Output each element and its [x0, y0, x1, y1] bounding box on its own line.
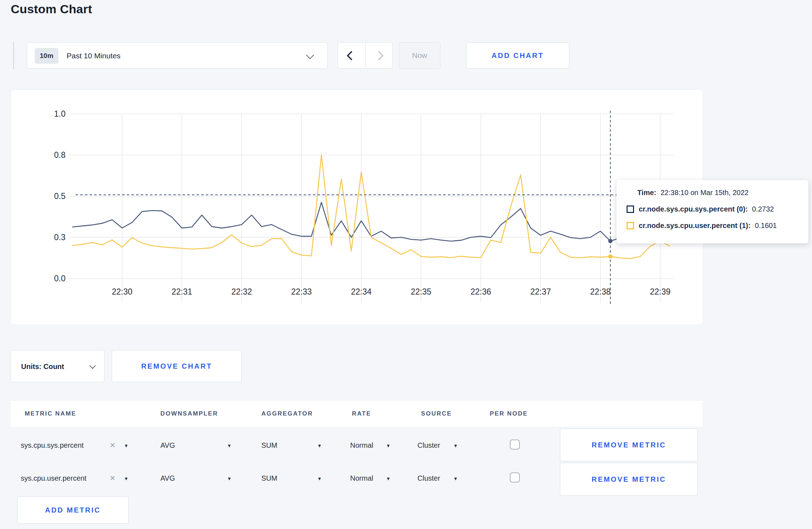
tooltip-time-label: Time: — [637, 189, 656, 197]
caret-down-icon[interactable]: ▼ — [453, 472, 458, 486]
add-chart-button[interactable]: ADD CHART — [466, 42, 569, 69]
page-title: Custom Chart — [11, 2, 92, 16]
col-header-rate: RATE — [352, 401, 371, 427]
col-header-downsampler: DOWNSAMPLER — [160, 401, 218, 427]
tooltip-user-label: cr.node.sys.cpu.user.percent (1): — [639, 222, 750, 230]
downsampler-select[interactable]: AVG — [160, 471, 175, 485]
x-axis-tick-label: 22:39 — [650, 287, 671, 296]
y-axis-tick-label: 0.8 — [54, 150, 66, 160]
caret-down-icon[interactable]: ▼ — [453, 439, 458, 453]
chevron-left-icon — [347, 51, 356, 60]
aggregator-select[interactable]: SUM — [261, 438, 277, 452]
chart-panel: 0.00.30.50.81.022:3022:3122:3222:3322:34… — [11, 89, 703, 325]
caret-down-icon[interactable]: ▼ — [227, 472, 232, 486]
time-range-badge: 10m — [35, 48, 58, 64]
now-button[interactable]: Now — [399, 42, 440, 69]
tooltip-time-value: 22:38:10 on Mar 15th, 2022 — [661, 189, 749, 197]
chart-tooltip: Time: 22:38:10 on Mar 15th, 2022 cr.node… — [617, 180, 808, 243]
caret-down-icon[interactable]: ▼ — [227, 439, 232, 453]
time-prev-button[interactable] — [338, 43, 365, 68]
y-axis-tick-label: 0.3 — [54, 233, 66, 242]
toolbar-divider — [13, 42, 14, 69]
units-dropdown[interactable]: Units: Count — [11, 350, 105, 382]
chevron-right-icon — [374, 51, 384, 60]
downsampler-select[interactable]: AVG — [160, 438, 175, 452]
source-select[interactable]: Cluster — [417, 438, 440, 452]
caret-down-icon[interactable]: ▼ — [386, 472, 391, 486]
caret-down-icon[interactable]: ▼ — [386, 439, 391, 453]
series-line-user — [72, 155, 670, 258]
remove-chart-button[interactable]: REMOVE CHART — [112, 350, 242, 382]
col-header-aggregator: AGGREGATOR — [261, 401, 313, 427]
series-user-legend-icon — [627, 222, 634, 229]
tooltip-sys-label: cr.node.sys.cpu.sys.percent (0): — [639, 205, 748, 213]
x-axis-tick-label: 22:35 — [411, 287, 431, 296]
clear-metric-icon[interactable]: ✕ — [110, 471, 116, 485]
caret-down-icon[interactable]: ▼ — [317, 439, 322, 453]
caret-down-icon[interactable]: ▼ — [124, 439, 129, 453]
units-label: Units: Count — [21, 350, 64, 383]
x-axis-tick-label: 22:34 — [351, 287, 372, 296]
tooltip-user-value: 0.1601 — [755, 222, 777, 230]
tooltip-sys-value: 0.2732 — [752, 205, 774, 213]
chevron-down-icon — [306, 51, 314, 59]
time-next-button[interactable] — [365, 43, 393, 68]
x-axis-tick-label: 22:32 — [231, 287, 252, 296]
metric-name-value[interactable]: sys.cpu.sys.percent — [21, 438, 84, 452]
hover-point-0 — [608, 239, 613, 243]
x-axis-tick-label: 22:33 — [291, 287, 312, 296]
series-sys-legend-icon — [627, 205, 634, 213]
caret-down-icon[interactable]: ▼ — [317, 472, 322, 486]
timeseries-chart[interactable]: 0.00.30.50.81.022:3022:3122:3222:3322:34… — [11, 90, 702, 324]
rate-select[interactable]: Normal — [350, 438, 373, 452]
rate-select[interactable]: Normal — [350, 471, 373, 485]
remove-metric-button[interactable]: REMOVE METRIC — [560, 463, 698, 496]
y-axis-tick-label: 0.0 — [54, 274, 66, 283]
col-header-source: SOURCE — [421, 401, 452, 427]
metric-name-value[interactable]: sys.cpu.user.percent — [21, 471, 86, 485]
x-axis-tick-label: 22:38 — [590, 287, 611, 296]
x-axis-tick-label: 22:30 — [112, 287, 132, 296]
col-header-metric-name: METRIC NAME — [25, 401, 76, 427]
col-header-per-node: PER NODE — [490, 401, 528, 427]
time-nav-group — [338, 42, 393, 69]
add-metric-button[interactable]: ADD METRIC — [17, 496, 129, 524]
x-axis-tick-label: 22:37 — [530, 287, 551, 296]
caret-down-icon[interactable]: ▼ — [124, 472, 129, 486]
aggregator-select[interactable]: SUM — [261, 471, 277, 485]
per-node-checkbox[interactable] — [510, 472, 520, 482]
hover-point-1 — [608, 254, 613, 259]
x-axis-tick-label: 22:36 — [470, 287, 491, 296]
y-axis-tick-label: 0.5 — [54, 191, 66, 201]
x-axis-tick-label: 22:31 — [171, 287, 192, 296]
chevron-down-icon — [89, 362, 96, 369]
time-range-label: Past 10 Minutes — [67, 43, 121, 69]
clear-metric-icon[interactable]: ✕ — [110, 438, 116, 452]
time-range-dropdown[interactable]: 10m Past 10 Minutes — [27, 42, 328, 69]
source-select[interactable]: Cluster — [417, 471, 440, 485]
y-axis-tick-label: 1.0 — [54, 109, 66, 118]
per-node-checkbox[interactable] — [510, 440, 520, 450]
remove-metric-button[interactable]: REMOVE METRIC — [560, 428, 698, 461]
metrics-table-header: METRIC NAME DOWNSAMPLER AGGREGATOR RATE … — [11, 401, 702, 427]
